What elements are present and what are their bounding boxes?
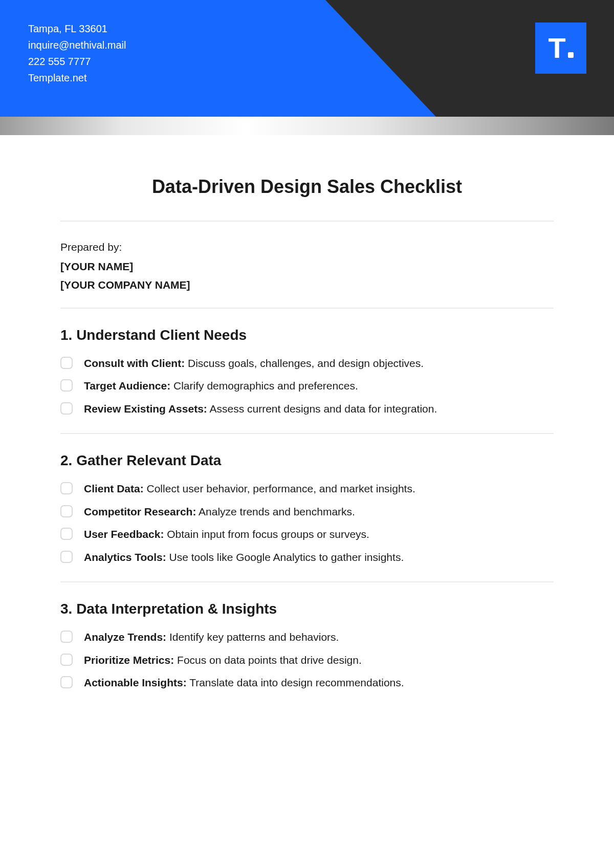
checklist-item-text: Competitor Research: Analyze trends and … [84,504,355,519]
checklist-item: Competitor Research: Analyze trends and … [60,504,554,519]
checkbox-icon[interactable] [60,482,73,494]
checklist-item-bold: Target Audience: [84,380,170,392]
checklist-item-desc: Clarify demographics and preferences. [170,380,358,392]
checklist-item-desc: Identify key patterns and behaviors. [166,631,339,643]
checklist-item-desc: Focus on data points that drive design. [174,654,362,666]
checkbox-icon[interactable] [60,505,73,517]
checkbox-icon[interactable] [60,379,73,392]
checkbox-icon[interactable] [60,528,73,540]
section-divider [60,308,554,309]
checklist-item-bold: Consult with Client: [84,357,185,369]
checklist-item-bold: Competitor Research: [84,506,196,517]
checklist-item: Target Audience: Clarify demographics an… [60,378,554,394]
checklist-item: User Feedback: Obtain input from focus g… [60,527,554,542]
checkbox-icon[interactable] [60,676,73,688]
checklist-item-bold: Client Data: [84,483,144,494]
document-page: Tampa, FL 33601 inquire@nethival.mail 22… [0,0,614,868]
checklist-item-text: User Feedback: Obtain input from focus g… [84,527,369,542]
checklist-item-desc: Use tools like Google Analytics to gathe… [166,551,404,563]
checklist-item: Analytics Tools: Use tools like Google A… [60,550,554,565]
checklist-item-desc: Obtain input from focus groups or survey… [164,528,369,540]
checklist-item-bold: Actionable Insights: [84,677,187,688]
header-gray-bar [0,117,614,135]
logo-letter: T [548,34,565,62]
checklist-item: Consult with Client: Discuss goals, chal… [60,356,554,371]
checklist-item: Review Existing Assets: Assess current d… [60,401,554,417]
checklist: Analyze Trends: Identify key patterns an… [60,630,554,690]
prepared-by-label: Prepared by: [60,241,554,253]
header-phone: 222 555 7777 [28,53,126,70]
checklist-item: Actionable Insights: Translate data into… [60,675,554,690]
checkbox-icon[interactable] [60,357,73,369]
checklist-item-bold: Prioritize Metrics: [84,654,174,666]
checkbox-icon[interactable] [60,631,73,643]
prepared-by-block: Prepared by: [YOUR NAME] [YOUR COMPANY N… [60,241,554,291]
section-heading: 2. Gather Relevant Data [60,452,554,469]
checklist-section: 1. Understand Client NeedsConsult with C… [60,327,554,417]
header-info: Tampa, FL 33601 inquire@nethival.mail 22… [28,20,126,86]
checklist-item-text: Target Audience: Clarify demographics an… [84,378,358,394]
section-divider [60,581,554,582]
checklist-item: Analyze Trends: Identify key patterns an… [60,630,554,645]
checkbox-icon[interactable] [60,654,73,666]
sections-container: 1. Understand Client NeedsConsult with C… [60,327,554,690]
header-site: Template.net [28,70,126,86]
your-company-placeholder: [YOUR COMPANY NAME] [60,279,554,291]
checklist-item-desc: Analyze trends and benchmarks. [196,506,355,517]
checklist-item: Prioritize Metrics: Focus on data points… [60,653,554,668]
checklist-item-desc: Collect user behavior, performance, and … [144,483,415,494]
checklist-item-text: Analytics Tools: Use tools like Google A… [84,550,404,565]
header-banner: Tampa, FL 33601 inquire@nethival.mail 22… [0,0,614,117]
header-address: Tampa, FL 33601 [28,20,126,37]
checklist-item-text: Review Existing Assets: Assess current d… [84,401,437,417]
checklist-item-bold: Review Existing Assets: [84,403,207,415]
header-email: inquire@nethival.mail [28,37,126,53]
section-heading: 1. Understand Client Needs [60,327,554,343]
checklist-item-text: Analyze Trends: Identify key patterns an… [84,630,339,645]
section-heading: 3. Data Interpretation & Insights [60,601,554,617]
checklist: Consult with Client: Discuss goals, chal… [60,356,554,417]
checklist-item-bold: Analyze Trends: [84,631,166,643]
checkbox-icon[interactable] [60,551,73,563]
checklist-item-desc: Translate data into design recommendatio… [187,677,404,688]
checklist-item-text: Prioritize Metrics: Focus on data points… [84,653,362,668]
checklist-section: 2. Gather Relevant DataClient Data: Coll… [60,452,554,565]
checkbox-icon[interactable] [60,402,73,415]
checklist-item: Client Data: Collect user behavior, perf… [60,481,554,496]
document-content: Data-Driven Design Sales Checklist Prepa… [0,135,614,690]
checklist-item-bold: Analytics Tools: [84,551,166,563]
checklist-item-text: Actionable Insights: Translate data into… [84,675,404,690]
logo-badge: T [535,23,586,74]
checklist-item-desc: Discuss goals, challenges, and design ob… [185,357,424,369]
logo-dot-icon [568,52,574,58]
section-divider [60,433,554,434]
page-title: Data-Driven Design Sales Checklist [60,176,554,198]
checklist: Client Data: Collect user behavior, perf… [60,481,554,565]
title-divider [60,221,554,222]
checklist-section: 3. Data Interpretation & InsightsAnalyze… [60,601,554,690]
checklist-item-bold: User Feedback: [84,528,164,540]
your-name-placeholder: [YOUR NAME] [60,261,554,273]
checklist-item-text: Client Data: Collect user behavior, perf… [84,481,415,496]
logo-inner: T [548,34,573,62]
checklist-item-desc: Assess current designs and data for inte… [207,403,437,415]
checklist-item-text: Consult with Client: Discuss goals, chal… [84,356,424,371]
